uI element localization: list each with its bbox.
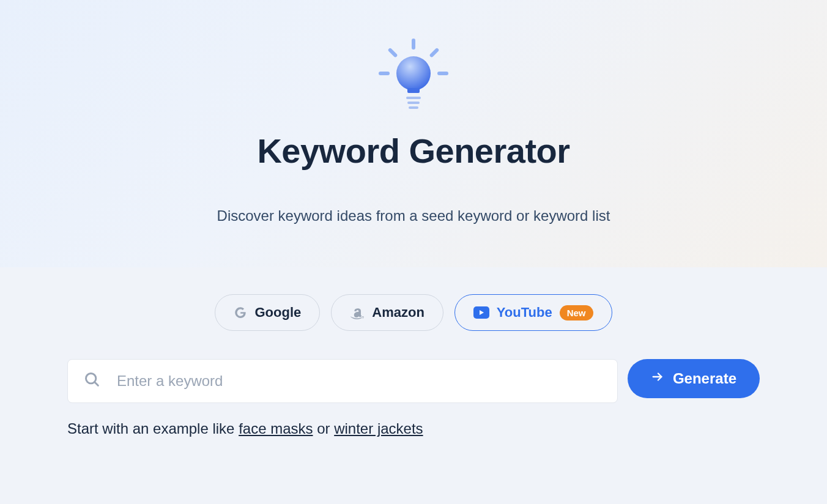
search-box	[67, 359, 618, 403]
youtube-icon	[473, 306, 489, 319]
example-link-winter-jackets[interactable]: winter jackets	[334, 420, 423, 437]
tab-label: Amazon	[372, 305, 425, 321]
arrow-right-icon	[651, 370, 664, 387]
search-row: Generate	[67, 359, 760, 403]
controls-section: Google Amazon YouTube New	[0, 267, 827, 437]
svg-rect-1	[429, 48, 439, 58]
new-badge: New	[560, 305, 593, 321]
amazon-icon	[350, 305, 365, 320]
example-text: Start with an example like face masks or…	[67, 420, 760, 437]
tab-label: YouTube	[497, 305, 552, 321]
tab-amazon[interactable]: Amazon	[331, 294, 443, 331]
svg-rect-8	[407, 102, 420, 104]
svg-rect-2	[388, 48, 398, 58]
tab-youtube[interactable]: YouTube New	[454, 294, 612, 331]
hero-section: Keyword Generator Discover keyword ideas…	[0, 0, 827, 267]
lightbulb-icon	[377, 37, 450, 113]
generate-button[interactable]: Generate	[628, 359, 760, 398]
svg-rect-4	[379, 72, 390, 75]
example-prefix: Start with an example like	[67, 420, 239, 437]
search-icon	[84, 371, 101, 391]
tab-google[interactable]: Google	[215, 294, 320, 331]
generate-button-label: Generate	[673, 370, 736, 387]
svg-rect-0	[412, 39, 415, 50]
example-separator: or	[313, 420, 335, 437]
svg-rect-7	[406, 97, 421, 99]
google-icon	[234, 306, 247, 319]
example-link-face-masks[interactable]: face masks	[239, 420, 313, 437]
svg-rect-6	[407, 88, 420, 93]
keyword-input[interactable]	[117, 372, 601, 390]
page-subtitle: Discover keyword ideas from a seed keywo…	[0, 207, 827, 224]
page-title: Keyword Generator	[0, 131, 827, 171]
tab-label: Google	[254, 305, 301, 321]
source-tabs: Google Amazon YouTube New	[67, 294, 760, 331]
svg-line-12	[95, 382, 98, 386]
svg-point-5	[396, 56, 431, 91]
svg-rect-3	[437, 72, 448, 75]
svg-rect-9	[409, 106, 418, 109]
